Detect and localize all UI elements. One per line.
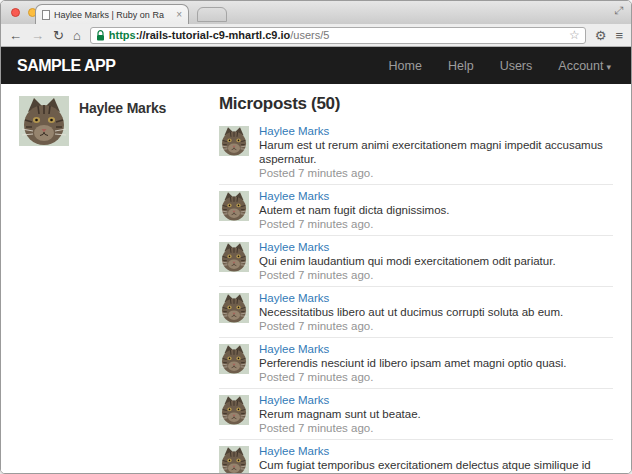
micropost-body: Haylee Marks Autem et nam fugit dicta di… (259, 189, 449, 231)
resize-icon[interactable]: ⤢ (614, 4, 623, 17)
nav-link-help[interactable]: Help (448, 59, 474, 73)
browser-toolbar: ← → ↻ ⌂ https://rails-tutorial-c9-mhartl… (1, 24, 631, 47)
micropost-body: Haylee Marks Rerum magnam sunt ut beatae… (259, 393, 421, 435)
micropost-content: Necessitatibus libero aut ut ducimus cor… (259, 305, 563, 319)
micropost-content: Autem et nam fugit dicta dignissimos. (259, 203, 449, 217)
micropost-avatar[interactable] (219, 344, 249, 374)
micropost-timestamp: Posted 7 minutes ago. (259, 268, 556, 282)
bookmark-star-icon[interactable]: ☆ (569, 28, 580, 42)
micropost-content: Rerum magnam sunt ut beatae. (259, 407, 421, 421)
micropost-content: Cum fugiat temporibus exercitationem del… (259, 458, 613, 473)
micropost-avatar[interactable] (219, 293, 249, 323)
micropost-avatar[interactable] (219, 126, 249, 156)
url-text: https://rails-tutorial-c9-mhartl.c9.io/u… (109, 29, 565, 41)
url-host: ://rails-tutorial-c9-mhartl.c9.io (136, 29, 291, 41)
home-icon[interactable]: ⌂ (73, 29, 81, 42)
micropost-body: Haylee Marks Harum est ut rerum animi ex… (259, 124, 613, 180)
micropost-item: Haylee Marks Cum fugiat temporibus exerc… (219, 440, 613, 473)
tab-close-icon[interactable]: × (176, 10, 182, 20)
micropost-user-link[interactable]: Haylee Marks (259, 189, 449, 203)
user-name: Haylee Marks (79, 96, 166, 116)
nav-link-home[interactable]: Home (389, 59, 422, 73)
caret-down-icon: ▾ (606, 62, 611, 72)
menu-icon[interactable]: ≡ (615, 28, 623, 43)
micropost-avatar[interactable] (219, 242, 249, 272)
user-sidebar: Haylee Marks (19, 94, 219, 473)
reload-icon[interactable]: ↻ (53, 29, 64, 42)
micropost-content: Perferendis nesciunt id libero ipsam ame… (259, 356, 566, 370)
nav-link-account[interactable]: Account▾ (558, 59, 611, 73)
address-bar[interactable]: https://rails-tutorial-c9-mhartl.c9.io/u… (90, 27, 586, 44)
forward-icon[interactable]: → (31, 29, 44, 42)
nav-links: Home Help Users Account▾ (389, 59, 615, 73)
microposts-list: Haylee Marks Harum est ut rerum animi ex… (219, 120, 613, 473)
micropost-avatar[interactable] (219, 191, 249, 221)
close-window-button[interactable] (11, 8, 20, 17)
micropost-avatar[interactable] (219, 446, 249, 473)
gear-icon[interactable]: ⚙ (595, 28, 607, 43)
site-navbar: SAMPLE APP Home Help Users Account▾ (1, 47, 631, 84)
micropost-user-link[interactable]: Haylee Marks (259, 291, 563, 305)
micropost-user-link[interactable]: Haylee Marks (259, 124, 613, 138)
micropost-user-link[interactable]: Haylee Marks (259, 240, 556, 254)
micropost-body: Haylee Marks Perferendis nesciunt id lib… (259, 342, 566, 384)
micropost-timestamp: Posted 7 minutes ago. (259, 217, 449, 231)
micropost-timestamp: Posted 7 minutes ago. (259, 166, 613, 180)
url-scheme: https (109, 29, 136, 41)
micropost-timestamp: Posted 7 minutes ago. (259, 370, 566, 384)
url-path: /users/5 (290, 29, 329, 41)
micropost-item: Haylee Marks Necessitatibus libero aut u… (219, 287, 613, 338)
micropost-user-link[interactable]: Haylee Marks (259, 444, 613, 458)
micropost-item: Haylee Marks Rerum magnam sunt ut beatae… (219, 389, 613, 440)
micropost-body: Haylee Marks Cum fugiat temporibus exerc… (259, 444, 613, 473)
micropost-item: Haylee Marks Qui enim laudantium qui mod… (219, 236, 613, 287)
micropost-content: Harum est ut rerum animi exercitationem … (259, 138, 613, 166)
micropost-timestamp: Posted 7 minutes ago. (259, 319, 563, 333)
user-avatar (19, 96, 69, 146)
browser-window: Haylee Marks | Ruby on Ra × ⤢ ← → ↻ ⌂ ht… (0, 0, 632, 474)
microposts-section: Microposts (50) Haylee Marks Harum est u… (219, 94, 621, 473)
back-icon[interactable]: ← (9, 29, 22, 42)
nav-link-users[interactable]: Users (500, 59, 533, 73)
tab-title: Haylee Marks | Ruby on Ra (54, 10, 172, 20)
micropost-body: Haylee Marks Necessitatibus libero aut u… (259, 291, 563, 333)
page-content: Haylee Marks Microposts (50) Haylee Mark… (1, 84, 631, 473)
micropost-avatar[interactable] (219, 395, 249, 425)
account-label: Account (558, 59, 603, 73)
micropost-body: Haylee Marks Qui enim laudantium qui mod… (259, 240, 556, 282)
micropost-item: Haylee Marks Harum est ut rerum animi ex… (219, 120, 613, 185)
micropost-item: Haylee Marks Perferendis nesciunt id lib… (219, 338, 613, 389)
microposts-heading: Microposts (50) (219, 94, 613, 114)
micropost-user-link[interactable]: Haylee Marks (259, 393, 421, 407)
micropost-content: Qui enim laudantium qui modi exercitatio… (259, 254, 556, 268)
micropost-timestamp: Posted 7 minutes ago. (259, 421, 421, 435)
page-favicon-icon (42, 10, 50, 20)
micropost-item: Haylee Marks Autem et nam fugit dicta di… (219, 185, 613, 236)
brand-logo[interactable]: SAMPLE APP (17, 57, 115, 75)
new-tab-button[interactable] (197, 7, 227, 22)
lock-icon (96, 30, 105, 41)
browser-tab[interactable]: Haylee Marks | Ruby on Ra × (35, 4, 189, 24)
micropost-user-link[interactable]: Haylee Marks (259, 342, 566, 356)
browser-titlebar: Haylee Marks | Ruby on Ra × ⤢ (1, 1, 631, 24)
